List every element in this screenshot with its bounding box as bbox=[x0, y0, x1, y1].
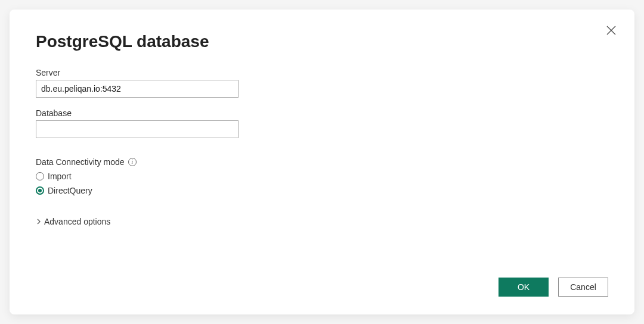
close-icon bbox=[606, 25, 617, 36]
info-icon[interactable]: i bbox=[128, 158, 137, 166]
radio-circle-icon bbox=[36, 172, 44, 180]
radio-dot-icon bbox=[38, 189, 42, 192]
server-input[interactable] bbox=[36, 80, 239, 98]
postgresql-database-dialog: PostgreSQL database Server Database Data… bbox=[10, 10, 634, 314]
connectivity-mode-label: Data Connectivity mode bbox=[36, 157, 125, 167]
ok-button[interactable]: OK bbox=[499, 278, 549, 297]
server-field-group: Server bbox=[36, 68, 608, 98]
connectivity-mode-section: Data Connectivity mode i Import DirectQu… bbox=[36, 157, 608, 200]
cancel-button[interactable]: Cancel bbox=[558, 278, 608, 297]
radio-selected-icon bbox=[36, 186, 44, 195]
database-field-group: Database bbox=[36, 108, 608, 138]
close-button[interactable] bbox=[606, 25, 617, 36]
radio-import[interactable]: Import bbox=[36, 172, 608, 181]
radio-directquery-label: DirectQuery bbox=[48, 186, 92, 195]
server-label: Server bbox=[36, 68, 608, 77]
radio-directquery[interactable]: DirectQuery bbox=[36, 186, 608, 195]
radio-import-label: Import bbox=[48, 172, 72, 181]
chevron-right-icon bbox=[36, 218, 42, 225]
database-label: Database bbox=[36, 108, 608, 118]
dialog-title: PostgreSQL database bbox=[36, 32, 608, 51]
dialog-button-row: OK Cancel bbox=[36, 278, 608, 297]
advanced-options-toggle[interactable]: Advanced options bbox=[36, 217, 608, 226]
database-input[interactable] bbox=[36, 120, 239, 138]
connectivity-mode-label-row: Data Connectivity mode i bbox=[36, 157, 608, 167]
advanced-options-label: Advanced options bbox=[44, 217, 110, 226]
